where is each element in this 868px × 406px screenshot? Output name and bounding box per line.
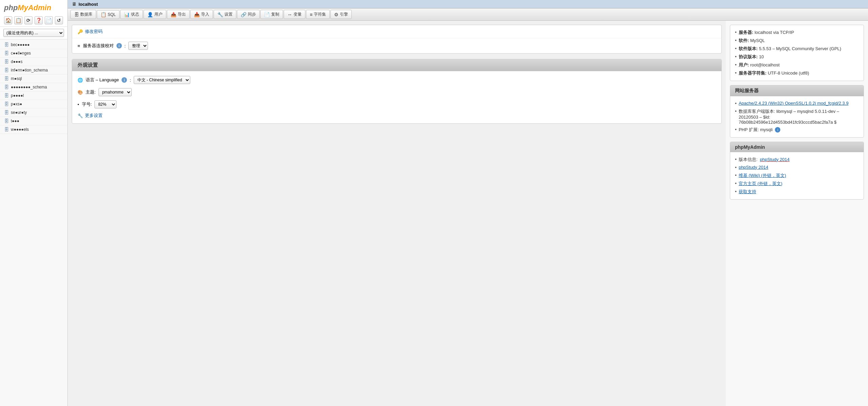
theme-select[interactable]: pmahomme original bbox=[99, 88, 132, 96]
phpmyadmin-body: 版本信息: phpStudy 2014 phpStudy 2014 维基 (Wi… bbox=[730, 152, 864, 199]
sidebar-icon-bar: 🏠 📋 ⟳ ❓ 📄 ↺ bbox=[0, 14, 67, 27]
db-item-security[interactable]: 🗄 se●ur●ty bbox=[0, 108, 67, 117]
import-icon: 📥 bbox=[194, 12, 200, 17]
toolbar-btn-engine[interactable]: ⚙ 引擎 bbox=[330, 10, 352, 19]
db-icon: 🗄 bbox=[4, 118, 9, 124]
wrench-icon: 🔧 bbox=[78, 113, 83, 118]
content-area: 🔑 修改密码 ≡ 服务器连接校对 i : 整理 bbox=[68, 21, 868, 406]
server-connection-card: 🔑 修改密码 ≡ 服务器连接校对 i : 整理 bbox=[72, 25, 722, 54]
db-item-das[interactable]: 🗄 d●●●s bbox=[0, 58, 67, 66]
homepage-item: 官方主页 (外链，英文) bbox=[735, 180, 859, 188]
engine-icon: ⚙ bbox=[334, 12, 339, 17]
toolbar-btn-status[interactable]: 📊 状态 bbox=[120, 10, 143, 19]
db-item-information-schema[interactable]: 🗄 inf●rm●tion_schema bbox=[0, 66, 67, 75]
toolbar-btn-database[interactable]: 🗄 数据库 bbox=[70, 10, 96, 19]
appearance-header: 外观设置 bbox=[72, 59, 721, 71]
titlebar: 🖥 localhost bbox=[68, 0, 868, 8]
server-icon: 🖥 bbox=[72, 1, 77, 7]
db-icon: 🗄 bbox=[4, 42, 9, 47]
php-ext-info-icon[interactable]: i bbox=[775, 127, 780, 133]
more-settings-link[interactable]: 🔧 更多设置 bbox=[78, 113, 716, 119]
version-item: 版本信息: phpStudy 2014 bbox=[735, 156, 859, 164]
left-panel: 🔑 修改密码 ≡ 服务器连接校对 i : 整理 bbox=[68, 21, 726, 406]
logo-php: php bbox=[4, 3, 18, 12]
settings-icon: 🔧 bbox=[217, 12, 223, 17]
right-panel: 服务器: localhost via TCP/IP 软件: MySQL 软件版本… bbox=[726, 21, 868, 406]
version-link[interactable]: phpStudy 2014 bbox=[760, 157, 789, 162]
fontsize-select[interactable]: 82% 80% 90% 100% bbox=[94, 100, 116, 108]
main-content: 🖥 localhost 🗄 数据库 📋 SQL 📊 状态 👤 用户 📤 导出 📥… bbox=[68, 0, 868, 406]
web-server-header: 网站服务器 bbox=[730, 85, 864, 96]
modify-password-link[interactable]: 🔑 修改密码 bbox=[78, 28, 716, 35]
recent-tables-select[interactable]: (最近使用的表) ... bbox=[3, 29, 64, 37]
toolbar-btn-variables[interactable]: ↔ 变量 bbox=[284, 10, 305, 19]
db-item-pxs[interactable]: 🗄 p●xs● bbox=[0, 100, 67, 108]
support-item: 获取支持 bbox=[735, 188, 859, 196]
list-icon: ≡ bbox=[78, 43, 80, 48]
phpmyadmin-list: 版本信息: phpStudy 2014 phpStudy 2014 维基 (Wi… bbox=[735, 156, 859, 196]
db-icon: 🗄 bbox=[4, 76, 9, 81]
db-item-whois[interactable]: 🗄 w●●●●els bbox=[0, 125, 67, 134]
logo-myadmin: MyAdmin bbox=[18, 3, 51, 12]
toolbar-btn-users[interactable]: 👤 用户 bbox=[144, 10, 166, 19]
db-icon: 🗄 bbox=[4, 127, 9, 132]
db-icon: 🗄 bbox=[4, 84, 9, 90]
db-item-challenges[interactable]: 🗄 c●●ll●nges bbox=[0, 49, 67, 58]
charset-info-item: 服务器字符集: UTF-8 Unicode (utf8) bbox=[735, 69, 859, 77]
wiki-link[interactable]: 维基 (Wiki) (外链，英文) bbox=[739, 172, 786, 179]
appearance-body: 🌐 语言 – Language i : 中文 - Chinese simplif… bbox=[72, 71, 721, 123]
support-link[interactable]: 获取支持 bbox=[739, 189, 756, 195]
db-item-test[interactable]: 🗄 t●●● bbox=[0, 117, 67, 125]
language-row: 🌐 语言 – Language i : 中文 - Chinese simplif… bbox=[78, 76, 716, 84]
help-icon[interactable]: ❓ bbox=[35, 16, 43, 24]
db-item-phpmyadmin[interactable]: 🗄 p●●●●l bbox=[0, 92, 67, 100]
copy-icon: 📄 bbox=[264, 12, 270, 17]
titlebar-server: localhost bbox=[79, 2, 98, 7]
language-info-icon[interactable]: i bbox=[122, 77, 127, 83]
collation-info-icon[interactable]: i bbox=[116, 43, 122, 48]
refresh-icon[interactable]: ⟳ bbox=[24, 16, 32, 24]
database-server-section: 服务器: localhost via TCP/IP 软件: MySQL 软件版本… bbox=[730, 25, 864, 81]
db-icon: 🗄 bbox=[4, 50, 9, 56]
collation-section: ≡ 服务器连接校对 i : 整理 bbox=[72, 38, 721, 53]
version-info-item: 软件版本: 5.5.53 – MySQL Community Server (G… bbox=[735, 45, 859, 53]
database-icon: 🗄 bbox=[74, 12, 79, 17]
collation-select[interactable]: 整理 bbox=[128, 42, 148, 50]
phpmyadmin-section: phpMyAdmin 版本信息: phpStudy 2014 phpStudy … bbox=[730, 142, 864, 200]
sql-toolbar-icon: 📋 bbox=[101, 12, 106, 17]
reload-icon[interactable]: ↺ bbox=[55, 16, 63, 24]
globe-icon: 🌐 bbox=[78, 78, 83, 83]
toolbar-btn-charset[interactable]: ≡ 字符集 bbox=[306, 10, 330, 19]
status-icon: 📊 bbox=[124, 12, 130, 17]
modify-password-section: 🔑 修改密码 bbox=[72, 25, 721, 38]
database-server-list: 服务器: localhost via TCP/IP 软件: MySQL 软件版本… bbox=[730, 25, 864, 81]
toolbar-btn-import[interactable]: 📥 导入 bbox=[190, 10, 213, 19]
web-server-body: Apache/2.4.23 (Win32) OpenSSL/1.0.2j mod… bbox=[730, 96, 864, 137]
db-item-mysql[interactable]: 🗄 m●sql bbox=[0, 75, 67, 83]
collation-row: ≡ 服务器连接校对 i : 整理 bbox=[78, 42, 716, 50]
file-icon[interactable]: 📄 bbox=[45, 16, 53, 24]
db-icon: 🗄 bbox=[4, 93, 9, 98]
toolbar-btn-sync[interactable]: 🔗 同步 bbox=[237, 10, 260, 19]
db-item-bec[interactable]: 🗄 bec●●●●● bbox=[0, 41, 67, 49]
toolbar-btn-sql[interactable]: 📋 SQL bbox=[97, 10, 120, 19]
php-ext-item: PHP 扩展: mysqli i bbox=[735, 126, 859, 134]
apache-item: Apache/2.4.23 (Win32) OpenSSL/1.0.2j mod… bbox=[735, 100, 859, 107]
sql-icon[interactable]: 📋 bbox=[14, 16, 22, 24]
apache-link[interactable]: Apache/2.4.23 (Win32) OpenSSL/1.0.2j mod… bbox=[739, 101, 848, 106]
theme-row: 🎨 主题: pmahomme original bbox=[78, 88, 716, 96]
home-icon[interactable]: 🏠 bbox=[4, 16, 12, 24]
variables-icon: ↔ bbox=[287, 12, 292, 17]
appearance-card: 外观设置 🌐 语言 – Language i : 中文 - Chinese si… bbox=[72, 59, 722, 124]
wiki-item: 维基 (Wiki) (外链，英文) bbox=[735, 171, 859, 180]
bullet-dot: • bbox=[78, 102, 79, 107]
toolbar-btn-export[interactable]: 📤 导出 bbox=[167, 10, 190, 19]
toolbar-btn-copy[interactable]: 📄 复制 bbox=[260, 10, 283, 19]
recent-tables-select-wrap: (最近使用的表) ... bbox=[0, 27, 67, 39]
phpstudy-link[interactable]: phpStudy 2014 bbox=[739, 165, 768, 170]
user-info-item: 用户: root@localhost bbox=[735, 61, 859, 69]
toolbar-btn-settings[interactable]: 🔧 设置 bbox=[214, 10, 236, 19]
homepage-link[interactable]: 官方主页 (外链，英文) bbox=[739, 181, 782, 187]
db-item-performance-schema[interactable]: 🗄 ●●●●●●●●_schema bbox=[0, 83, 67, 92]
language-select[interactable]: 中文 - Chinese simplified English Français… bbox=[134, 76, 190, 84]
